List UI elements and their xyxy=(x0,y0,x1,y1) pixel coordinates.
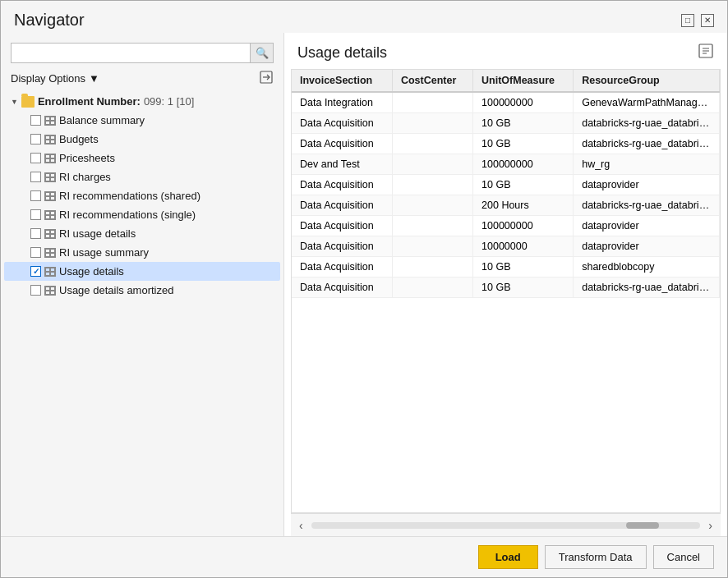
cell-2-0: Data Acquisition xyxy=(292,134,392,154)
search-bar: 🔍 xyxy=(11,43,274,63)
cell-8-2: 10 GB xyxy=(473,257,574,278)
data-table-container: InvoiceSection CostCenter UnitOfMeasure … xyxy=(291,69,721,513)
checkbox-budgets[interactable] xyxy=(30,134,41,144)
label-ri-rec-shared: RI recommendations (shared) xyxy=(59,190,200,202)
table-icon-usage-details xyxy=(44,267,56,277)
cell-3-1 xyxy=(392,154,472,175)
table-icon-budgets xyxy=(44,135,56,144)
checkbox-usage-details[interactable]: ✓ xyxy=(30,266,41,277)
scroll-right-button[interactable]: › xyxy=(703,519,717,532)
enrollment-value: 099: 1 [10] xyxy=(144,95,194,108)
search-button[interactable]: 🔍 xyxy=(250,44,273,62)
cell-9-1 xyxy=(392,278,472,298)
cell-8-1 xyxy=(392,257,472,278)
cell-5-3: databricks-rg-uae_databricks- xyxy=(574,195,720,216)
checkbox-ri-charges[interactable] xyxy=(30,172,41,182)
table-icon-ri-rec-shared xyxy=(44,191,56,201)
cell-2-1 xyxy=(392,134,472,154)
checkbox-ri-rec-single[interactable] xyxy=(30,209,41,220)
table-row: Data Acquisition10 GBdatabricks-rg-uae_d… xyxy=(292,278,720,298)
enrollment-label: Enrollment Number: xyxy=(38,95,141,108)
nav-item-ri-usage-details[interactable]: RI usage details xyxy=(4,224,280,243)
import-button[interactable] xyxy=(259,70,274,87)
table-icon-pricesheets xyxy=(44,154,56,163)
close-button[interactable]: ✕ xyxy=(701,14,714,27)
nav-item-pricesheets[interactable]: Pricesheets xyxy=(4,149,280,167)
cell-7-0: Data Acquisition xyxy=(292,236,392,257)
cell-6-0: Data Acquisition xyxy=(292,216,392,236)
search-input[interactable] xyxy=(12,44,250,62)
cell-1-2: 10 GB xyxy=(473,113,574,134)
dialog-title: Navigator xyxy=(14,11,85,30)
nav-item-ri-usage-summary[interactable]: RI usage summary xyxy=(4,243,280,262)
data-table: InvoiceSection CostCenter UnitOfMeasure … xyxy=(292,70,720,298)
checkbox-ri-usage-details[interactable] xyxy=(30,228,41,239)
minimize-button[interactable]: □ xyxy=(681,14,694,27)
nav-item-budgets[interactable]: Budgets xyxy=(4,130,280,149)
cell-6-2: 100000000 xyxy=(473,216,574,236)
load-button[interactable]: Load xyxy=(478,545,538,569)
table-row: Data Acquisition10 GBdatabricks-rg-uae_d… xyxy=(292,113,720,134)
cell-4-1 xyxy=(392,175,472,195)
cell-2-3: databricks-rg-uae_databricks- xyxy=(574,134,720,154)
scroll-thumb[interactable] xyxy=(626,522,659,529)
cell-4-0: Data Acquisition xyxy=(292,175,392,195)
nav-item-ri-rec-shared[interactable]: RI recommendations (shared) xyxy=(4,186,280,205)
table-row: Data Acquisition200 Hoursdatabricks-rg-u… xyxy=(292,195,720,216)
expand-triangle: ▼ xyxy=(11,98,18,106)
cell-1-1 xyxy=(392,113,472,134)
cell-0-0: Data Integration xyxy=(292,92,392,113)
scroll-track[interactable] xyxy=(311,522,701,529)
display-options-button[interactable]: Display Options ▼ xyxy=(11,72,99,85)
label-ri-usage-details: RI usage details xyxy=(59,227,136,240)
display-options-label: Display Options xyxy=(11,72,85,85)
col-invoice-section: InvoiceSection xyxy=(292,70,392,92)
nav-item-usage-details[interactable]: ✓ Usage details xyxy=(4,262,280,281)
label-usage-details-amortized: Usage details amortized xyxy=(59,284,173,296)
cell-6-3: dataprovider xyxy=(574,216,720,236)
nav-item-ri-charges[interactable]: RI charges xyxy=(4,167,280,186)
display-options-row: Display Options ▼ xyxy=(1,70,283,92)
table-row: Data Acquisition100000000dataprovider xyxy=(292,216,720,236)
enrollment-row[interactable]: ▼ Enrollment Number: 099: 1 [10] xyxy=(4,92,280,111)
checkbox-pricesheets[interactable] xyxy=(30,153,41,163)
col-cost-center: CostCenter xyxy=(392,70,472,92)
footer: Load Transform Data Cancel xyxy=(1,536,727,577)
col-unit-of-measure: UnitOfMeasure xyxy=(473,70,574,92)
label-ri-usage-summary: RI usage summary xyxy=(59,246,149,259)
cell-3-0: Dev and Test xyxy=(292,154,392,175)
cell-5-0: Data Acquisition xyxy=(292,195,392,216)
cell-2-2: 10 GB xyxy=(473,134,574,154)
scroll-left-button[interactable]: ‹ xyxy=(294,519,308,532)
label-ri-rec-single: RI recommendations (single) xyxy=(59,209,196,221)
cell-1-0: Data Acquisition xyxy=(292,113,392,134)
checkbox-usage-details-amortized[interactable] xyxy=(30,285,41,296)
checkbox-ri-rec-shared[interactable] xyxy=(30,190,41,201)
cancel-button[interactable]: Cancel xyxy=(653,545,714,569)
checkbox-ri-usage-summary[interactable] xyxy=(30,247,41,258)
nav-item-balance-summary[interactable]: Balance summary xyxy=(4,111,280,130)
title-controls: □ ✕ xyxy=(681,14,714,27)
nav-item-usage-details-amortized[interactable]: Usage details amortized xyxy=(4,281,280,300)
cell-4-2: 10 GB xyxy=(473,175,574,195)
cell-0-1 xyxy=(392,92,472,113)
col-resource-group: ResourceGroup xyxy=(574,70,720,92)
cell-7-1 xyxy=(392,236,472,257)
nav-list: ▼ Enrollment Number: 099: 1 [10] Balance… xyxy=(1,92,283,530)
label-ri-charges: RI charges xyxy=(59,171,111,183)
nav-item-ri-rec-single[interactable]: RI recommendations (single) xyxy=(4,205,280,224)
preview-header: Usage details xyxy=(284,33,727,69)
export-icon[interactable] xyxy=(698,43,714,62)
transform-data-button[interactable]: Transform Data xyxy=(545,545,647,569)
horizontal-scrollbar: ‹ › xyxy=(291,513,721,536)
table-row: Dev and Test100000000hw_rg xyxy=(292,154,720,175)
cell-7-2: 10000000 xyxy=(473,236,574,257)
cell-0-3: GenevaWarmPathManageRG xyxy=(574,92,720,113)
cell-1-3: databricks-rg-uae_databricks- xyxy=(574,113,720,134)
cell-5-1 xyxy=(392,195,472,216)
checkbox-balance-summary[interactable] xyxy=(30,115,41,126)
cell-6-1 xyxy=(392,216,472,236)
cell-5-2: 200 Hours xyxy=(473,195,574,216)
right-panel: Usage details InvoiceSection Cos xyxy=(284,33,727,536)
label-usage-details: Usage details xyxy=(59,265,124,278)
